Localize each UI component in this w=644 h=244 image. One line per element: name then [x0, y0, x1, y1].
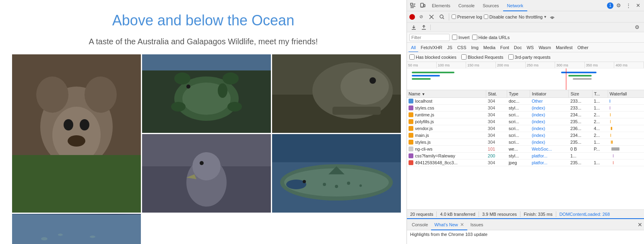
cell-initiator: (index): [530, 139, 569, 146]
cell-time: 1...: [592, 98, 608, 105]
third-party-checkbox[interactable]: [508, 54, 514, 60]
cell-type: we...: [507, 146, 530, 153]
col-type[interactable]: Type: [507, 90, 530, 98]
table-row[interactable]: css?family=Raleway 200 styl... platfor..…: [407, 153, 644, 159]
bottom-panel-close-button[interactable]: ✕: [638, 221, 642, 228]
cell-type: doc...: [507, 98, 530, 105]
has-blocked-cookies-checkbox[interactable]: [409, 54, 415, 60]
row-icon-ws: [409, 147, 413, 151]
clear-button[interactable]: [427, 12, 436, 21]
device-toolbar-button[interactable]: [418, 1, 427, 10]
table-row[interactable]: 49412593648_8cc3... 304 jpeg platfor... …: [407, 159, 644, 166]
svg-point-6: [80, 119, 89, 130]
type-tab-js[interactable]: JS: [445, 43, 455, 52]
hide-data-urls-checkbox[interactable]: [472, 35, 477, 40]
wf-recv-bar: [611, 127, 612, 130]
svg-point-49: [90, 236, 95, 238]
type-tab-font[interactable]: Font: [498, 43, 512, 52]
photo-manta: [12, 214, 141, 244]
status-divider-4: [556, 211, 556, 217]
cell-name: ng-cli-ws: [407, 146, 486, 153]
invert-label[interactable]: Invert: [452, 35, 470, 40]
table-row[interactable]: localhost 304 doc... Other 233... 1...: [407, 98, 644, 105]
tab-elements[interactable]: Elements: [428, 0, 454, 11]
status-divider-2: [479, 211, 479, 217]
svg-point-36: [303, 180, 306, 183]
bottom-tab-issues[interactable]: Issues: [467, 219, 487, 230]
third-party-requests-label[interactable]: 3rd-party requests: [508, 54, 551, 60]
network-rows: localhost 304 doc... Other 233... 1... s…: [407, 98, 644, 166]
tab-network[interactable]: Network: [503, 0, 527, 11]
bottom-tab-console[interactable]: Console: [409, 219, 431, 230]
settings-gear-button[interactable]: ⚙: [633, 23, 642, 32]
has-blocked-cookies-label[interactable]: Has blocked cookies: [409, 54, 456, 60]
svg-point-39: [347, 182, 350, 185]
ruler-150ms: 150 ms: [466, 62, 496, 68]
disable-cache-label[interactable]: Disable cache: [484, 14, 517, 19]
preserve-log-checkbox[interactable]: [452, 14, 456, 19]
table-row[interactable]: main.js 304 scri... (index) 234... 2...: [407, 132, 644, 139]
invert-checkbox[interactable]: [452, 35, 457, 40]
tab-sources[interactable]: Sources: [479, 0, 503, 11]
table-row[interactable]: styles.css 304 styl... (index) 233... 1.…: [407, 105, 644, 112]
stop-recording-button[interactable]: ⊘: [417, 12, 425, 21]
table-row[interactable]: runtime.js 304 scri... (index) 234... 2.…: [407, 112, 644, 118]
type-tab-all[interactable]: All: [409, 43, 418, 52]
cell-type: styl...: [507, 153, 530, 159]
type-tab-doc[interactable]: Doc: [512, 43, 524, 52]
col-status[interactable]: Stat.: [486, 90, 507, 98]
tl-bar-5: [568, 75, 592, 77]
col-initiator[interactable]: Initiator: [530, 90, 569, 98]
import-button[interactable]: [409, 23, 418, 32]
blocked-requests-label[interactable]: Blocked Requests: [461, 54, 504, 60]
cell-initiator: (index): [530, 105, 569, 112]
network-table: Name ▼ Stat. Type Initiator Size T... Wa…: [407, 90, 644, 166]
cell-initiator: Other: [530, 98, 569, 105]
online-indicator-button[interactable]: [548, 12, 557, 21]
type-tab-wasm[interactable]: Wasm: [536, 43, 553, 52]
type-tab-ws[interactable]: WS: [524, 43, 536, 52]
ruler-350ms: 350 ms: [585, 62, 615, 68]
tab-console[interactable]: Console: [454, 0, 479, 11]
no-throttling-text: No throttling: [519, 14, 543, 19]
col-name[interactable]: Name ▼: [407, 90, 486, 98]
type-tab-css[interactable]: CSS: [455, 43, 469, 52]
bottom-tab-close-icon[interactable]: ✕: [460, 222, 464, 227]
cell-type: scri...: [507, 132, 530, 139]
more-options-button[interactable]: ⋮: [624, 1, 633, 10]
table-row[interactable]: polyfills.js 304 scri... (index) 235... …: [407, 118, 644, 125]
type-tab-manifest[interactable]: Manifest: [553, 43, 575, 52]
disable-cache-checkbox[interactable]: [484, 14, 488, 19]
cell-type: styl...: [507, 105, 530, 112]
table-row[interactable]: styles.js 304 scri... (index) 235... 1..…: [407, 139, 644, 146]
col-time[interactable]: T...: [592, 90, 608, 98]
record-button[interactable]: [409, 14, 415, 20]
cell-initiator: (index): [530, 118, 569, 125]
type-tab-media[interactable]: Media: [481, 43, 498, 52]
search-button[interactable]: [438, 12, 446, 21]
bottom-tab-issues-label: Issues: [471, 222, 483, 227]
network-table-container[interactable]: Name ▼ Stat. Type Initiator Size T... Wa…: [407, 90, 644, 209]
hide-data-urls-label[interactable]: Hide data URLs: [472, 35, 510, 40]
settings-button[interactable]: ⚙: [614, 1, 623, 10]
table-row[interactable]: vendor.js 304 scri... (index) 236... 4..…: [407, 125, 644, 132]
type-filter-tabs: All Fetch/XHR JS CSS Img Media Font Doc …: [407, 43, 644, 52]
col-size[interactable]: Size: [569, 90, 592, 98]
bottom-tab-whats-new[interactable]: What's New ✕: [431, 219, 467, 230]
wf-recv-bar: [610, 99, 610, 103]
filter-input[interactable]: [409, 34, 450, 41]
export-button[interactable]: [419, 23, 428, 32]
blocked-requests-checkbox[interactable]: [461, 54, 466, 60]
filter-bar: Invert Hide data URLs: [407, 32, 644, 43]
close-devtools-button[interactable]: ✕: [634, 1, 642, 10]
cell-waterfall: [608, 125, 644, 132]
table-row[interactable]: ng-cli-ws 101 we... WebSoc... 0 B P...: [407, 146, 644, 153]
inspect-element-button[interactable]: [409, 1, 417, 10]
type-tab-fetch[interactable]: Fetch/XHR: [418, 43, 445, 52]
type-tab-img[interactable]: Img: [469, 43, 481, 52]
row-name: css?family=Raleway: [415, 153, 455, 158]
col-waterfall[interactable]: Waterfall: [608, 90, 644, 98]
row-icon-js: [409, 119, 413, 124]
preserve-log-label[interactable]: Preserve log: [452, 14, 482, 19]
type-tab-other[interactable]: Other: [575, 43, 591, 52]
